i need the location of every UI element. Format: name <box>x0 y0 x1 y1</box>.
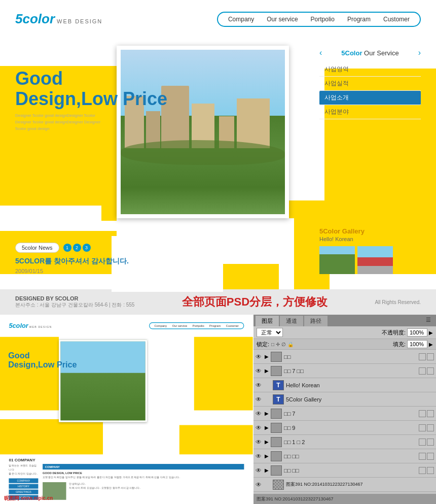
lb-6-1 <box>419 439 426 446</box>
layer-eye-4[interactable]: 👁 <box>256 410 263 417</box>
lb-0-2 <box>427 353 434 360</box>
mini-nav-4: Program <box>209 324 221 327</box>
layer-row-1[interactable]: 👁 ▶ □□ 7 □□ <box>253 364 436 378</box>
footer-rights: All Rights Reserved. <box>375 299 421 305</box>
gallery-thumb-2[interactable] <box>357 246 393 274</box>
ps-footer-bar: 图案391 NO:20141031223227130467 <box>253 494 436 504</box>
news-page-3[interactable]: 3 <box>83 244 91 252</box>
nav-company[interactable]: Company <box>228 16 254 23</box>
ps-menu-button[interactable]: ☰ <box>423 316 434 326</box>
mini-menu-company: COMPANY <box>9 478 38 483</box>
layer-eye-8[interactable]: 👁 <box>256 467 263 474</box>
layer-eye-3[interactable]: 👁 <box>256 396 263 403</box>
layer-expand-8[interactable]: ▶ <box>265 467 269 473</box>
layer-thumb-8 <box>271 465 282 476</box>
scaled-preview: 5color WEB DESIGN Company Our service Po… <box>0 315 253 502</box>
service-prev-arrow[interactable]: ‹ <box>319 48 322 57</box>
news-pages: 1 2 3 <box>63 244 91 252</box>
layer-expand-7[interactable]: ▶ <box>265 453 269 459</box>
layer-expand-6[interactable]: ▶ <box>265 439 269 445</box>
lb-7-1 <box>419 453 426 460</box>
service-item-3[interactable]: 사업분야 <box>319 105 421 119</box>
service-title-text: 5Color Our Service <box>341 49 398 57</box>
layer-thumb-6 <box>271 437 282 447</box>
ps-opacity-input[interactable] <box>407 328 427 337</box>
layer-expand-4[interactable]: ▶ <box>265 411 269 416</box>
service-item-2[interactable]: 사업소개 <box>319 91 421 105</box>
ps-lock-paint-icon[interactable]: ∅ <box>281 342 286 347</box>
service-item-0[interactable]: 사업영역 <box>319 62 421 77</box>
ps-lock-all-icon[interactable]: 🔒 <box>287 342 294 347</box>
top-section: 5color WEB DESIGN Company Our service Po… <box>0 0 436 315</box>
mini-hero: Good Design,Low Price <box>0 337 253 455</box>
layer-row-8[interactable]: 👁 ▶ □□ □□ <box>253 463 436 478</box>
ps-tab-channels[interactable]: 通道 <box>280 316 303 326</box>
layer-thumb-7 <box>271 451 282 461</box>
logo-tagline: WEB DESIGN <box>57 18 102 24</box>
layer-row-5[interactable]: 👁 ▶ □□ 9 <box>253 421 436 435</box>
layer-eye-9[interactable]: 👁 <box>256 481 263 488</box>
news-section: 5color News 1 2 3 5COLOR를 찾아주셔서 감사합니다. 2… <box>15 243 157 274</box>
mini-logo-tag: WEB DESIGN <box>29 325 52 328</box>
bottom-section: 5color WEB DESIGN Company Our service Po… <box>0 315 436 504</box>
nav-customer[interactable]: Customer <box>383 16 410 23</box>
layer-name-8: □□ □□ <box>284 467 417 474</box>
gallery-subtitle: Hello! Korean <box>319 236 421 242</box>
layer-name-5: □□ 9 <box>284 425 417 431</box>
service-next-arrow[interactable]: › <box>418 48 421 57</box>
layer-thumb-5 <box>271 423 282 433</box>
layer-eye-6[interactable]: 👁 <box>256 439 263 446</box>
treetops <box>121 140 285 165</box>
layer-eye-5[interactable]: 👁 <box>256 424 263 431</box>
mini-nav-2: Our service <box>172 324 188 327</box>
mini-section-label: 01 COMPANY <box>9 457 244 462</box>
ps-fill-input[interactable] <box>407 340 427 348</box>
thumb-1-inner <box>319 246 355 274</box>
mini-header: 5color WEB DESIGN Company Our service Po… <box>0 315 253 337</box>
layer-expand-5[interactable]: ▶ <box>265 425 269 430</box>
ps-fill-group: 填充: ▶ <box>393 340 433 348</box>
layer-row-3[interactable]: 👁 T 5Color Gallery <box>253 392 436 407</box>
ps-layers-list: 👁 ▶ □□ 👁 ▶ □□ 7 □□ 👁 <box>253 350 436 494</box>
ps-tab-paths[interactable]: 路径 <box>304 316 328 326</box>
mini-yellow-1 <box>0 337 59 411</box>
layer-eye-2[interactable]: 👁 <box>256 382 263 389</box>
layer-row-9[interactable]: 👁 图案391 NO:20141031223227130467 <box>253 478 436 492</box>
nav-ourservice[interactable]: Our service <box>267 16 298 23</box>
ps-fill-arrow[interactable]: ▶ <box>429 342 433 347</box>
mini-nav-3: Portpolio <box>193 324 204 327</box>
ps-mode-row: 正常 不透明度: ▶ <box>253 326 436 339</box>
mini-menu-greetings: GREETINGS <box>9 489 38 494</box>
layer-eye-7[interactable]: 👁 <box>256 453 263 460</box>
news-page-1[interactable]: 1 <box>63 244 71 252</box>
layer-row-4[interactable]: 👁 ▶ □□ 7 <box>253 407 436 421</box>
gallery-thumb-1[interactable] <box>319 246 355 274</box>
ps-lock-box-icon[interactable]: □ <box>271 342 274 347</box>
logo-brand: 5color <box>15 11 55 27</box>
ps-blend-mode[interactable]: 正常 <box>257 328 283 337</box>
layer-row-7[interactable]: 👁 ▶ □□ □□ <box>253 449 436 463</box>
mini-menu-history: HISTORY <box>9 484 38 488</box>
ps-tab-layers[interactable]: 图层 <box>256 316 279 326</box>
ps-lock-move-icon[interactable]: ✛ <box>276 342 280 347</box>
nav-program[interactable]: Program <box>347 16 371 23</box>
layer-expand-1[interactable]: ▶ <box>265 368 269 374</box>
layer-boxes-5 <box>419 424 434 431</box>
logo-area: 5color WEB DESIGN <box>15 11 102 27</box>
white-bar-mid <box>117 218 294 239</box>
layer-expand-0[interactable]: ▶ <box>265 354 269 359</box>
ps-lock-label: 锁定: <box>257 341 269 348</box>
layer-name-1: □□ 7 □□ <box>284 368 417 374</box>
layer-row-0[interactable]: 👁 ▶ □□ <box>253 350 436 364</box>
layer-row-6[interactable]: 👁 ▶ □□ 1 □ 2 <box>253 435 436 449</box>
service-item-1[interactable]: 사업실적 <box>319 77 421 91</box>
footer-watermark: 全部页面PSD分层，方便修改 <box>182 294 328 310</box>
layer-boxes-6 <box>419 439 434 446</box>
ps-opacity-arrow[interactable]: ▶ <box>429 330 433 335</box>
layer-eye-1[interactable]: 👁 <box>256 367 263 375</box>
nav-portpolio[interactable]: Portpolio <box>311 16 335 23</box>
news-page-2[interactable]: 2 <box>73 244 81 252</box>
layer-row-2[interactable]: 👁 T Hello! Korean <box>253 378 436 392</box>
layer-eye-0[interactable]: 👁 <box>256 353 263 360</box>
layer-boxes-1 <box>419 367 434 375</box>
